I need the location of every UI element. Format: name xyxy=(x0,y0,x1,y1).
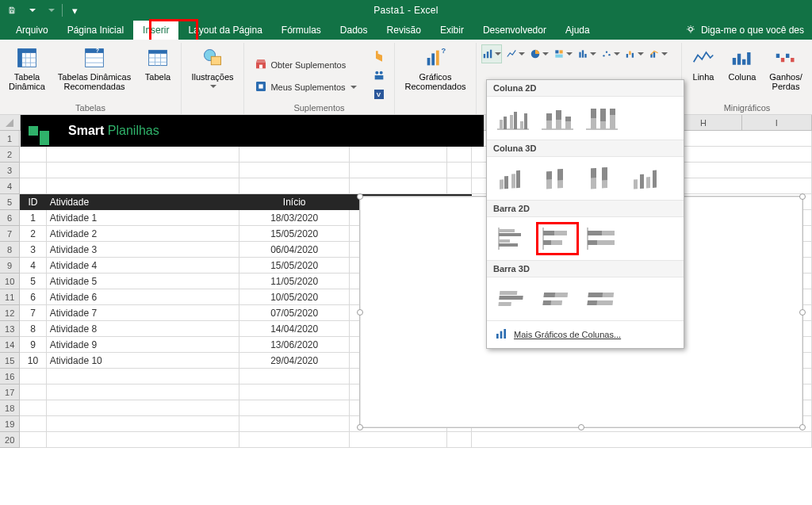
row-header[interactable]: 11 xyxy=(0,289,20,305)
tab-desenvolvedor[interactable]: Desenvolvedor xyxy=(473,21,556,40)
cell[interactable]: Atividade 10 xyxy=(47,353,240,369)
clustered-column-2d[interactable] xyxy=(492,101,534,135)
cell[interactable]: 4 xyxy=(20,258,46,274)
undo-icon[interactable] xyxy=(22,2,40,19)
cell[interactable]: 3 xyxy=(20,242,46,258)
row-header[interactable]: 20 xyxy=(0,432,20,448)
cell[interactable]: 07/05/2020 xyxy=(239,305,350,321)
sparkline-winloss-button[interactable]: Ganhos/ Perdas xyxy=(764,43,807,92)
my-addins-button[interactable]: Meus Suplementos xyxy=(251,78,360,97)
stacked-column-3d[interactable] xyxy=(536,162,579,195)
cell[interactable] xyxy=(239,369,350,384)
row-header[interactable]: 17 xyxy=(0,384,20,400)
cell[interactable] xyxy=(239,178,350,194)
cell[interactable] xyxy=(447,178,472,194)
cell[interactable]: Início xyxy=(239,194,350,210)
more-column-charts[interactable]: Mais Gráficos de Colunas... xyxy=(487,320,684,348)
stacked-bar-3d[interactable] xyxy=(536,282,579,316)
stacked-column-100-2d[interactable] xyxy=(580,101,623,135)
cell[interactable] xyxy=(239,147,350,163)
cell[interactable] xyxy=(20,416,46,432)
save-icon[interactable] xyxy=(3,2,21,19)
tab-arquivo[interactable]: Arquivo xyxy=(6,21,58,40)
cell[interactable] xyxy=(350,147,447,163)
cell[interactable]: 11/05/2020 xyxy=(239,274,350,289)
recommended-charts-button[interactable]: ? Gráficos Recomendados xyxy=(400,43,471,92)
stacked-bar-100-2d[interactable] xyxy=(580,222,623,255)
row-header[interactable]: 13 xyxy=(0,321,20,337)
illustrations-button[interactable]: Ilustrações xyxy=(186,43,239,92)
cell[interactable] xyxy=(20,400,46,416)
cell[interactable] xyxy=(239,432,350,448)
cell[interactable]: 8 xyxy=(20,321,46,337)
row-header[interactable]: 12 xyxy=(0,305,20,321)
resize-handle-ne[interactable] xyxy=(799,193,806,200)
hierarchy-chart-button[interactable] xyxy=(553,44,573,63)
cell[interactable] xyxy=(47,163,240,178)
cell[interactable]: 06/04/2020 xyxy=(239,242,350,258)
tab-p-gina-inicial[interactable]: Página Inicial xyxy=(58,21,133,40)
cell[interactable] xyxy=(239,384,350,400)
resize-handle-nw[interactable] xyxy=(357,193,363,200)
cell[interactable]: Atividade 8 xyxy=(47,321,240,337)
resize-handle-w[interactable] xyxy=(357,309,363,316)
visio-visualizer-icon[interactable]: V xyxy=(370,86,388,103)
cell[interactable]: Atividade 5 xyxy=(47,274,240,289)
cell[interactable]: 9 xyxy=(20,337,46,353)
row-header[interactable]: 18 xyxy=(0,400,20,416)
row-header[interactable]: 16 xyxy=(0,369,20,384)
cell[interactable]: Atividade 6 xyxy=(47,289,240,305)
cell[interactable]: 5 xyxy=(20,274,46,289)
cell[interactable] xyxy=(47,147,240,163)
cell[interactable] xyxy=(447,432,472,448)
cell[interactable]: 15/05/2020 xyxy=(239,258,350,274)
row-header[interactable]: 2 xyxy=(0,147,20,163)
clustered-bar-3d[interactable] xyxy=(492,282,534,316)
row-header[interactable]: 8 xyxy=(0,242,20,258)
tab-exibir[interactable]: Exibir xyxy=(431,21,473,40)
statistic-chart-button[interactable] xyxy=(576,44,597,63)
scatter-chart-button[interactable] xyxy=(600,44,621,63)
pivot-table-button[interactable]: Tabela Dinâmica xyxy=(5,43,49,92)
cell[interactable] xyxy=(350,178,447,194)
cell[interactable] xyxy=(447,147,472,163)
cell[interactable] xyxy=(47,400,240,416)
cell[interactable]: 6 xyxy=(20,289,46,305)
row-header[interactable]: 14 xyxy=(0,337,20,353)
tab-inserir[interactable]: Inserir xyxy=(133,21,178,40)
cell[interactable]: Atividade 1 xyxy=(47,210,240,226)
stacked-bar-2d[interactable] xyxy=(536,222,579,255)
cell[interactable] xyxy=(47,432,240,448)
cell[interactable] xyxy=(447,163,472,178)
column-3d[interactable] xyxy=(625,162,668,195)
cell[interactable] xyxy=(47,178,240,194)
row-header[interactable]: 9 xyxy=(0,258,20,274)
resize-handle-s[interactable] xyxy=(578,424,584,430)
cell[interactable]: Atividade 3 xyxy=(47,242,240,258)
cell[interactable] xyxy=(20,432,46,448)
insert-table-button[interactable]: Tabela xyxy=(140,43,176,82)
row-header[interactable]: 1 xyxy=(0,131,20,147)
cell[interactable]: 14/04/2020 xyxy=(239,321,350,337)
resize-handle-se[interactable] xyxy=(799,424,806,430)
tab-layout-da-p-gina[interactable]: Layout da Página xyxy=(178,21,271,40)
redo-icon[interactable] xyxy=(41,2,59,19)
cell[interactable] xyxy=(350,432,447,448)
row-header[interactable]: 5 xyxy=(0,194,20,210)
row-header[interactable]: 7 xyxy=(0,226,20,242)
cell[interactable] xyxy=(20,147,46,163)
cell[interactable]: 1 xyxy=(20,210,46,226)
cell[interactable] xyxy=(47,384,240,400)
clustered-bar-2d[interactable] xyxy=(492,222,534,255)
cell[interactable] xyxy=(239,163,350,178)
cell[interactable] xyxy=(239,416,350,432)
tab-revis-o[interactable]: Revisão xyxy=(377,21,431,40)
tab-dados[interactable]: Dados xyxy=(331,21,377,40)
cell[interactable]: 13/06/2020 xyxy=(239,337,350,353)
tab-ajuda[interactable]: Ajuda xyxy=(556,21,599,40)
sparkline-line-button[interactable]: Linha xyxy=(687,43,720,82)
cell[interactable] xyxy=(20,384,46,400)
cell[interactable]: 29/04/2020 xyxy=(239,353,350,369)
column-bar-chart-button[interactable] xyxy=(481,44,502,63)
bing-maps-icon[interactable] xyxy=(370,48,388,65)
